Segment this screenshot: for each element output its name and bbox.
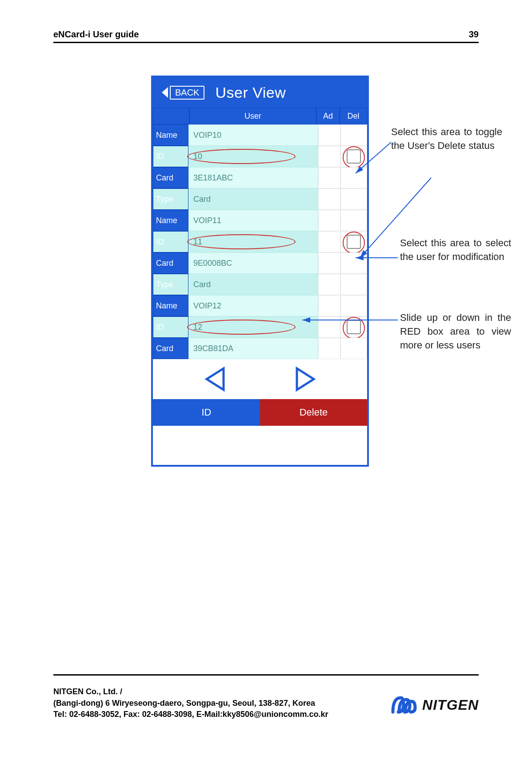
col-user: User bbox=[189, 108, 316, 124]
prev-page-button[interactable] bbox=[203, 367, 228, 392]
annotation-ellipse bbox=[187, 320, 296, 335]
company-logo: NITGEN bbox=[390, 694, 479, 716]
header-page-number: 39 bbox=[469, 29, 479, 40]
user1-id[interactable]: 11 bbox=[188, 231, 318, 252]
field-label-id: ID bbox=[153, 146, 188, 167]
field-label-name: Name bbox=[153, 124, 188, 146]
col-del: Del bbox=[340, 108, 367, 124]
annotation-delete-toggle: Select this area to toggle the User's De… bbox=[391, 125, 502, 153]
field-label-card: Card bbox=[153, 252, 188, 274]
fingerprint-icon bbox=[390, 694, 417, 716]
ad-cell[interactable] bbox=[318, 316, 340, 338]
user0-card[interactable]: 3E181ABC bbox=[188, 167, 318, 188]
header-title: eNCard-i User guide bbox=[53, 29, 139, 40]
del-cell[interactable] bbox=[340, 274, 367, 295]
logo-text: NITGEN bbox=[422, 697, 479, 713]
pager-row bbox=[153, 359, 367, 399]
user0-name[interactable]: VOIP10 bbox=[188, 124, 318, 146]
annotation-circle bbox=[343, 146, 365, 168]
annotation-circle bbox=[343, 317, 365, 339]
ad-cell[interactable] bbox=[318, 295, 340, 316]
delete-button[interactable]: Delete bbox=[260, 399, 367, 426]
footer-line3: Tel: 02-6488-3052, Fax: 02-6488-3098, E-… bbox=[53, 709, 328, 720]
header-rule bbox=[53, 42, 479, 43]
next-page-button[interactable] bbox=[292, 367, 317, 392]
user0-id[interactable]: 10 bbox=[188, 146, 318, 167]
user1-type[interactable]: Card bbox=[188, 274, 318, 295]
del-cell[interactable] bbox=[340, 295, 367, 316]
device-screenshot: BACK User View User Ad Del Name VOIP10 I… bbox=[151, 76, 369, 467]
del-cell[interactable] bbox=[340, 210, 367, 231]
id-button[interactable]: ID bbox=[153, 399, 260, 426]
field-label-type: Type bbox=[153, 274, 188, 295]
user2-id[interactable]: 12 bbox=[188, 316, 318, 338]
annotation-scroll: Slide up or down in the RED box area to … bbox=[400, 311, 511, 352]
user2-card[interactable]: 39CB81DA bbox=[188, 338, 318, 359]
col-blank bbox=[153, 108, 189, 124]
ad-cell[interactable] bbox=[318, 252, 340, 274]
annotation-select-user: Select this area to select the user for … bbox=[400, 236, 511, 264]
del-cell[interactable] bbox=[340, 338, 367, 359]
user0-del-cell[interactable] bbox=[340, 124, 367, 146]
user0-del[interactable] bbox=[340, 146, 367, 167]
annotation-ellipse bbox=[187, 149, 296, 164]
user0-type[interactable]: Card bbox=[188, 188, 318, 210]
ad-cell[interactable] bbox=[318, 231, 340, 252]
annotation-ellipse bbox=[187, 234, 296, 249]
column-header: User Ad Del bbox=[153, 108, 367, 124]
title-bar: BACK User View bbox=[153, 77, 367, 108]
field-label-name: Name bbox=[153, 295, 188, 316]
user2-name[interactable]: VOIP12 bbox=[188, 295, 318, 316]
del-cell[interactable] bbox=[340, 188, 367, 210]
screen-title: User View bbox=[215, 84, 286, 101]
ad-cell[interactable] bbox=[318, 210, 340, 231]
user0-ad2[interactable] bbox=[318, 146, 340, 167]
field-label-id: ID bbox=[153, 231, 188, 252]
user0-ad[interactable] bbox=[318, 124, 340, 146]
field-label-card: Card bbox=[153, 167, 188, 188]
annotation-circle bbox=[343, 232, 365, 254]
field-label-name: Name bbox=[153, 210, 188, 231]
user1-name[interactable]: VOIP11 bbox=[188, 210, 318, 231]
svg-marker-0 bbox=[207, 368, 224, 390]
footer-line2: (Bangi-dong) 6 Wiryeseong-daero, Songpa-… bbox=[53, 698, 328, 709]
col-ad: Ad bbox=[316, 108, 340, 124]
user-list[interactable]: Name VOIP10 ID 10 Card 3E181ABC bbox=[153, 124, 367, 359]
user2-del[interactable] bbox=[340, 316, 367, 338]
footer-rule bbox=[53, 674, 479, 676]
document-page: eNCard-i User guide 39 BACK User View Us… bbox=[0, 0, 532, 760]
del-cell[interactable] bbox=[340, 167, 367, 188]
ad-cell[interactable] bbox=[318, 188, 340, 210]
ad-cell[interactable] bbox=[318, 274, 340, 295]
back-button[interactable]: BACK bbox=[162, 86, 204, 100]
footer-buttons: ID Delete bbox=[153, 399, 367, 426]
ad-cell[interactable] bbox=[318, 167, 340, 188]
back-label: BACK bbox=[170, 86, 204, 100]
ad-cell[interactable] bbox=[318, 338, 340, 359]
user1-card[interactable]: 9E0008BC bbox=[188, 252, 318, 274]
field-label-id: ID bbox=[153, 316, 188, 338]
footer-line1: NITGEN Co., Ltd. / bbox=[53, 686, 328, 697]
svg-marker-1 bbox=[297, 368, 314, 390]
field-label-card: Card bbox=[153, 338, 188, 359]
footer-text: NITGEN Co., Ltd. / (Bangi-dong) 6 Wiryes… bbox=[53, 686, 328, 720]
user1-del[interactable] bbox=[340, 231, 367, 252]
field-label-type: Type bbox=[153, 188, 188, 210]
del-cell[interactable] bbox=[340, 252, 367, 274]
chevron-left-icon bbox=[162, 87, 168, 98]
